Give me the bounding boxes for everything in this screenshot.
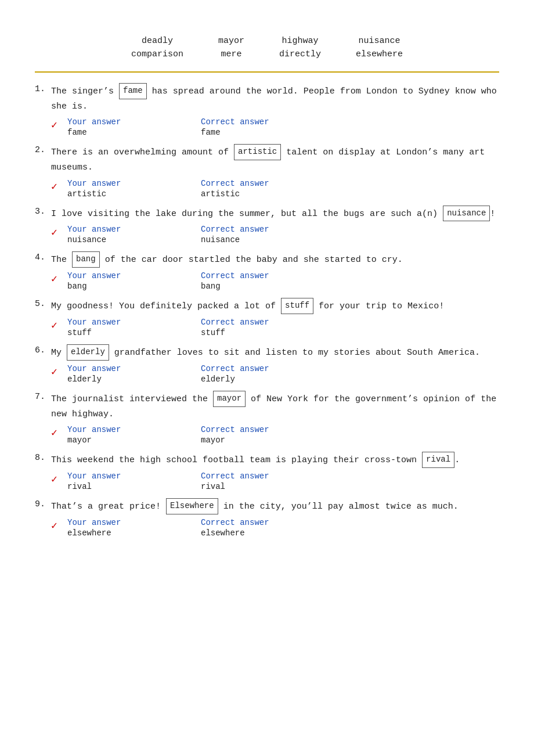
your-answer-col: Your answerbang: [67, 271, 201, 291]
question-item: 6.My elderly grandfather loves to sit an…: [35, 344, 499, 385]
word-bank-word: highway: [282, 36, 319, 46]
correct-answer-value: fame: [201, 128, 334, 137]
correct-answer-col: Correct answerfame: [201, 117, 334, 137]
answer-box: mayor: [213, 391, 246, 407]
question-list: 1.The singer’s fame has spread around th…: [35, 83, 499, 539]
word-bank: deadly comparison mayor mere highway dir…: [35, 35, 499, 61]
word-bank-col-2: mayor mere: [218, 35, 244, 61]
correct-check-icon: ✓: [51, 272, 67, 285]
your-answer-label: Your answer: [67, 271, 201, 280]
correct-answer-label: Correct answer: [201, 117, 334, 127]
correct-answer-value: mayor: [201, 435, 334, 445]
your-answer-label: Your answer: [67, 518, 201, 527]
word-bank-col-1: deadly comparison: [131, 35, 183, 61]
your-answer-col: Your answerelderly: [67, 364, 201, 384]
your-answer-label: Your answer: [67, 225, 201, 234]
question-body: The bang of the car door startled the ba…: [51, 251, 499, 292]
question-item: 8.This weekend the high school football …: [35, 452, 499, 492]
your-answer-col: Your answerstuff: [67, 318, 201, 337]
question-body: The singer’s fame has spread around the …: [51, 83, 499, 138]
question-body: The journalist interviewed the mayor of …: [51, 391, 499, 446]
question-body: I love visiting the lake during the summ…: [51, 206, 499, 246]
question-sentence: My elderly grandfather loves to sit and …: [51, 344, 499, 361]
answer-row: ✓Your answerelsewhereCorrect answerelsew…: [51, 518, 499, 538]
correct-answer-label: Correct answer: [201, 179, 334, 188]
correct-answer-col: Correct answernuisance: [201, 225, 334, 244]
your-answer-value: stuff: [67, 328, 201, 337]
word-bank-col-4: nuisance elsewhere: [356, 35, 403, 61]
question-body: This weekend the high school football te…: [51, 452, 499, 492]
question-body: My goodness! You definitely packed a lot…: [51, 298, 499, 339]
question-number: 3.: [35, 206, 51, 217]
question-item: 4.The bang of the car door startled the …: [35, 251, 499, 292]
word-bank-col-3: highway directly: [279, 35, 321, 61]
correct-check-icon: ✓: [51, 473, 67, 485]
correct-answer-col: Correct answerelsewhere: [201, 518, 334, 538]
correct-answer-col: Correct answerartistic: [201, 179, 334, 199]
your-answer-col: Your answerelsewhere: [67, 518, 201, 538]
your-answer-value: rival: [67, 482, 201, 491]
correct-answer-label: Correct answer: [201, 425, 334, 434]
answer-columns: Your answerelderlyCorrect answerelderly: [67, 364, 499, 384]
your-answer-col: Your answerartistic: [67, 179, 201, 199]
your-answer-col: Your answerrival: [67, 471, 201, 491]
your-answer-value: bang: [67, 282, 201, 291]
word-bank-word: elsewhere: [356, 49, 403, 59]
correct-answer-value: rival: [201, 482, 334, 491]
question-sentence: The singer’s fame has spread around the …: [51, 83, 499, 114]
correct-check-icon: ✓: [51, 319, 67, 332]
answer-row: ✓Your answerrivalCorrect answerrival: [51, 471, 499, 491]
correct-answer-col: Correct answerrival: [201, 471, 334, 491]
question-number: 4.: [35, 251, 51, 262]
your-answer-label: Your answer: [67, 471, 201, 481]
question-body: That’s a great price! Elsewhere in the c…: [51, 498, 499, 539]
word-bank-word: comparison: [131, 49, 183, 59]
answer-box: rival: [422, 452, 454, 468]
your-answer-col: Your answermayor: [67, 425, 201, 445]
your-answer-value: nuisance: [67, 235, 201, 244]
question-sentence: My goodness! You definitely packed a lot…: [51, 298, 499, 314]
your-answer-label: Your answer: [67, 318, 201, 327]
correct-answer-label: Correct answer: [201, 271, 334, 280]
correct-answer-col: Correct answerbang: [201, 271, 334, 291]
word-bank-word: mayor: [218, 36, 244, 46]
question-number: 2.: [35, 144, 51, 155]
answer-columns: Your answernuisanceCorrect answernuisanc…: [67, 225, 499, 244]
answer-box: stuff: [281, 298, 313, 314]
correct-answer-col: Correct answerstuff: [201, 318, 334, 337]
question-item: 9.That’s a great price! Elsewhere in the…: [35, 498, 499, 539]
word-bank-word: deadly: [142, 36, 173, 46]
correct-check-icon: ✓: [51, 118, 67, 131]
correct-answer-value: elsewhere: [201, 528, 334, 538]
answer-row: ✓Your answernuisanceCorrect answernuisan…: [51, 225, 499, 244]
answer-columns: Your answerelsewhereCorrect answerelsewh…: [67, 518, 499, 538]
question-number: 6.: [35, 344, 51, 355]
word-bank-word: nuisance: [359, 36, 400, 46]
correct-answer-label: Correct answer: [201, 364, 334, 373]
correct-check-icon: ✓: [51, 426, 67, 439]
correct-answer-col: Correct answerelderly: [201, 364, 334, 384]
answer-box: Elsewhere: [166, 498, 218, 514]
your-answer-label: Your answer: [67, 179, 201, 188]
question-sentence: This weekend the high school football te…: [51, 452, 499, 468]
correct-answer-label: Correct answer: [201, 471, 334, 481]
correct-check-icon: ✓: [51, 519, 67, 532]
question-body: There is an overwhelming amount of artis…: [51, 144, 499, 199]
question-item: 5.My goodness! You definitely packed a l…: [35, 298, 499, 339]
answer-box: artistic: [234, 144, 281, 160]
question-item: 2.There is an overwhelming amount of art…: [35, 144, 499, 199]
question-number: 5.: [35, 298, 51, 309]
your-answer-label: Your answer: [67, 117, 201, 127]
answer-row: ✓Your answerstuffCorrect answerstuff: [51, 318, 499, 337]
question-body: My elderly grandfather loves to sit and …: [51, 344, 499, 385]
question-sentence: I love visiting the lake during the summ…: [51, 206, 499, 222]
correct-answer-col: Correct answermayor: [201, 425, 334, 445]
your-answer-label: Your answer: [67, 364, 201, 373]
your-answer-value: elderly: [67, 375, 201, 384]
correct-answer-value: elderly: [201, 375, 334, 384]
answer-row: ✓Your answerfameCorrect answerfame: [51, 117, 499, 137]
answer-columns: Your answerrivalCorrect answerrival: [67, 471, 499, 491]
your-answer-value: mayor: [67, 435, 201, 445]
correct-check-icon: ✓: [51, 226, 67, 239]
word-bank-word: mere: [221, 49, 241, 59]
